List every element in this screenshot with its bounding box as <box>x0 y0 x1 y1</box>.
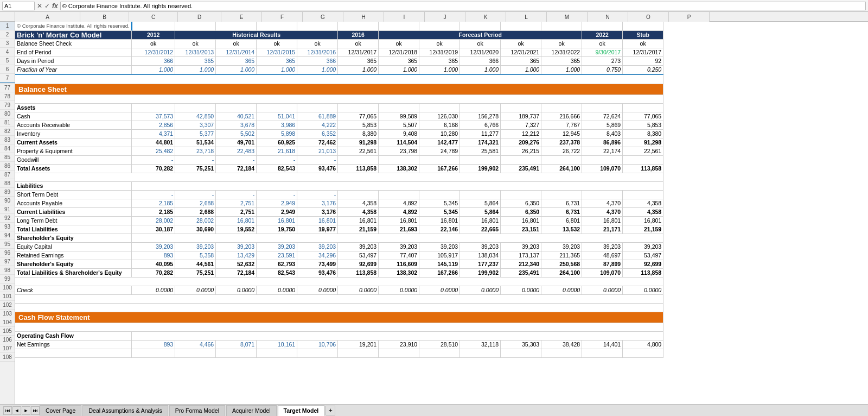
cell-P90 <box>623 190 663 199</box>
cell-H92: 3,176 <box>297 207 338 216</box>
cell-total-liab-label: Total Liabilities <box>15 225 132 234</box>
col-header-H[interactable]: H <box>343 12 384 22</box>
confirm-icon[interactable]: ✓ <box>44 2 50 10</box>
col-header-I[interactable]: I <box>384 12 425 22</box>
cell-M90 <box>501 190 541 199</box>
cell-J84: 114,504 <box>379 138 419 147</box>
cell-F101: 0.0000 <box>216 286 257 294</box>
col-header-E[interactable]: E <box>221 12 262 22</box>
cell-F98: 52,632 <box>216 260 257 268</box>
cell-H4: 12/31/2016 <box>297 48 338 56</box>
cell-K5: 365 <box>419 56 460 65</box>
cell-K96: 39,203 <box>419 242 460 251</box>
formula-bar: ✕ ✓ fx <box>0 0 868 12</box>
cell-D90: - <box>132 190 175 199</box>
cell-L97: 138,034 <box>460 251 501 260</box>
cell-I5: 365 <box>338 56 379 65</box>
cell-N87: 264,100 <box>541 164 582 173</box>
col-header-N[interactable]: N <box>588 12 628 22</box>
cell-K99: 167,266 <box>419 268 460 277</box>
cell-N91: 6,731 <box>541 199 582 207</box>
cell-O3: ok <box>582 39 623 48</box>
cell-O93: 16,801 <box>582 216 623 225</box>
col-header-O[interactable]: O <box>628 12 669 22</box>
cell-E101: 0.0000 <box>175 286 216 294</box>
cell-E83: 5,377 <box>175 129 216 138</box>
cell-K86 <box>419 155 460 164</box>
cell-I99: 113,858 <box>338 268 379 277</box>
cell-J3: ok <box>379 39 419 48</box>
col-header-A[interactable]: A <box>15 12 80 22</box>
col-header-B[interactable]: B <box>80 12 129 22</box>
cell-G94: 19,750 <box>257 225 297 234</box>
tab-pro-forma[interactable]: Pro Forma Model <box>169 405 225 416</box>
cell-O92: 4,370 <box>582 207 623 216</box>
cancel-icon[interactable]: ✕ <box>37 2 42 10</box>
cell-D5: 366 <box>132 56 175 65</box>
table-row: Balance Sheet Check ok ok ok ok ok ok ok… <box>15 39 663 48</box>
tab-scroll-left-start[interactable]: ⏮ <box>3 406 12 415</box>
col-header-C[interactable]: C <box>129 12 178 22</box>
cell-F94: 19,552 <box>216 225 257 234</box>
cell-K101: 0.0000 <box>419 286 460 294</box>
cell-H91: 3,176 <box>297 199 338 207</box>
col-header-G[interactable]: G <box>303 12 343 22</box>
cell-A1[interactable]: © Corporate Finance Institute. All right… <box>15 22 132 30</box>
table-row: Accounts Payable 2,185 2,688 2,751 2,949… <box>15 199 663 207</box>
cell-L90 <box>460 190 501 199</box>
cell-P99: 113,858 <box>623 268 663 277</box>
cell-O5: 273 <box>582 56 623 65</box>
col-header-K[interactable]: K <box>465 12 506 22</box>
tab-cover-page[interactable]: Cover Page <box>40 405 81 416</box>
col-header-L[interactable]: L <box>506 12 547 22</box>
cell-H86: - <box>297 155 338 164</box>
function-icon[interactable]: fx <box>52 2 58 10</box>
cell-N108 <box>541 349 582 357</box>
cell-reference[interactable] <box>2 2 35 10</box>
table-row: Short Term Debt - - - - - <box>15 190 663 199</box>
cell-L108 <box>460 349 501 357</box>
col-header-P[interactable]: P <box>669 12 710 22</box>
table-row: Total Assets 70,282 75,251 72,184 82,543… <box>15 164 663 173</box>
cell-L93: 16,801 <box>460 216 501 225</box>
table-row: Total Liabilities 30,187 30,690 19,552 1… <box>15 225 663 234</box>
cell-assets-label: Assets <box>15 103 132 112</box>
cell-I94: 21,159 <box>338 225 379 234</box>
col-header-F[interactable]: F <box>262 12 303 22</box>
cell-D98: 40,095 <box>132 260 175 268</box>
cell-P101: 0.0000 <box>623 286 663 294</box>
tab-scroll-left[interactable]: ◄ <box>12 406 21 415</box>
col-header-J[interactable]: J <box>425 12 465 22</box>
cell-H82: 4,222 <box>297 121 338 129</box>
tab-scroll-right-end[interactable]: ⏭ <box>31 406 40 415</box>
cell-G6: 1.000 <box>257 65 297 74</box>
cell-K87: 167,266 <box>419 164 460 173</box>
tab-add-button[interactable]: + <box>326 406 335 415</box>
formula-input[interactable] <box>60 2 866 10</box>
cell-L94: 22,665 <box>460 225 501 234</box>
cell-goodwill-label: Goodwill <box>15 155 132 164</box>
cell-H5: 366 <box>297 56 338 65</box>
cell-D93: 28,002 <box>132 216 175 225</box>
col-header-D[interactable]: D <box>178 12 221 22</box>
tab-acquirer[interactable]: Acquirer Model <box>226 405 277 416</box>
cell-O81: 72,624 <box>582 112 623 121</box>
tab-deal-assumptions[interactable]: Deal Assumptions & Analysis <box>82 405 168 416</box>
cell-N4: 12/31/2022 <box>541 48 582 56</box>
cell-J99: 138,302 <box>379 268 419 277</box>
cell-L85: 25,581 <box>460 147 501 155</box>
cell-H107: 10,706 <box>297 340 338 349</box>
cell-cash-label: Cash <box>15 112 132 121</box>
cell-N85: 26,722 <box>541 147 582 155</box>
cell-end-period-label: End of Period <box>15 48 132 56</box>
tab-scroll-right[interactable]: ► <box>22 406 30 415</box>
cell-J5: 365 <box>379 56 419 65</box>
cell-J6: 1.000 <box>379 65 419 74</box>
table-row: Net Earnings 893 4,466 8,071 10,161 10,7… <box>15 340 663 349</box>
tab-target-model[interactable]: Target Model <box>278 405 325 416</box>
cell-M83: 12,212 <box>501 129 541 138</box>
cell-E4: 12/31/2013 <box>175 48 216 56</box>
cell-P94: 21,159 <box>623 225 663 234</box>
cell-L101: 0.0000 <box>460 286 501 294</box>
col-header-M[interactable]: M <box>547 12 588 22</box>
